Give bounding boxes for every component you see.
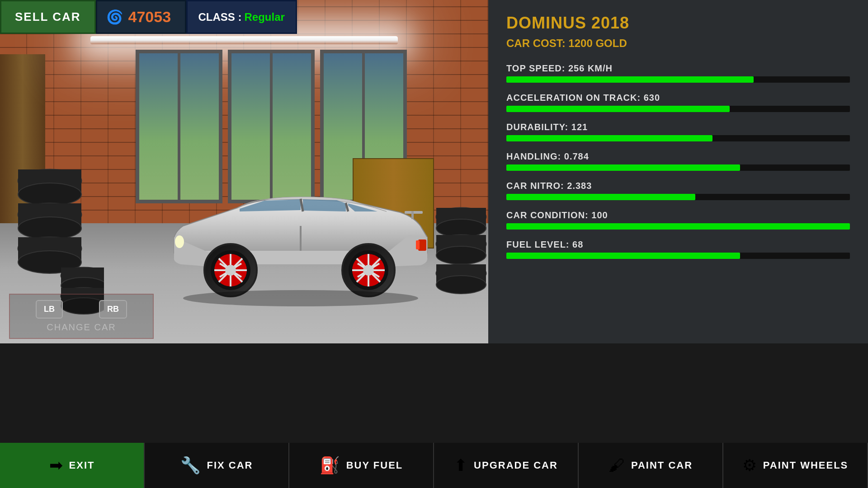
top-bar: SELL CAR 🌀 47053 CLASS : Regular <box>0 0 307 34</box>
stat-label-6: FUEL LEVEL: 68 <box>506 239 850 250</box>
stat-bar-bg-0 <box>506 76 850 83</box>
bottom-btn-paint-wheels[interactable]: ⚙PAINT WHEELS <box>723 443 868 488</box>
svg-point-29 <box>183 290 418 306</box>
bottom-btn-paint-car[interactable]: 🖌PAINT CAR <box>579 443 723 488</box>
svg-point-35 <box>18 217 81 239</box>
rb-button[interactable]: RB <box>99 300 127 319</box>
garage-background: LB RB CHANGE CAR <box>0 0 488 343</box>
stat-bar-bg-2 <box>506 135 850 141</box>
car-cost: Car Cost: 1200 Gold <box>506 37 850 50</box>
lb-button[interactable]: LB <box>36 300 63 319</box>
svg-point-6 <box>175 235 184 248</box>
stats-container: TOP SPEED: 256 KM/HACCELERATION ON TRACK… <box>506 63 850 259</box>
stat-bar-fill-5 <box>506 223 850 230</box>
bottom-btn-buy-fuel[interactable]: ⛽BUY FUEL <box>289 443 434 488</box>
stat-bar-fill-0 <box>506 76 754 83</box>
bottom-btn-upgrade-car[interactable]: ⬆UPGRADE CAR <box>434 443 579 488</box>
fix-car-label: FIX CAR <box>207 460 253 471</box>
exit-label: EXIT <box>69 460 95 471</box>
currency-value: 47053 <box>128 8 171 26</box>
lb-rb-buttons: LB RB <box>36 300 127 319</box>
exit-icon: ➡ <box>49 456 63 475</box>
stat-label-0: TOP SPEED: 256 KM/H <box>506 63 850 74</box>
stat-bar-fill-1 <box>506 106 730 112</box>
stat-row-2: DURABILITY: 121 <box>506 122 850 141</box>
bottom-btn-fix-car[interactable]: 🔧FIX CAR <box>145 443 289 488</box>
bottom-btn-exit[interactable]: ➡EXIT <box>0 443 145 488</box>
stat-row-3: HANDLING: 0.784 <box>506 151 850 171</box>
class-value: Regular <box>245 11 285 23</box>
stat-row-1: ACCELERATION ON TRACK: 630 <box>506 93 850 112</box>
currency-display: 🌀 47053 <box>96 0 186 34</box>
change-car-area: LB RB CHANGE CAR <box>9 294 154 339</box>
ceiling-light <box>90 36 398 44</box>
paint-car-label: PAINT CAR <box>631 460 693 471</box>
buy-fuel-label: BUY FUEL <box>346 460 403 471</box>
upgrade-car-icon: ⬆ <box>454 456 467 475</box>
car-svg <box>147 163 441 307</box>
stat-bar-bg-5 <box>506 223 850 230</box>
stat-label-1: ACCELERATION ON TRACK: 630 <box>506 93 850 103</box>
svg-point-50 <box>436 246 486 264</box>
sell-car-label: SELL CAR <box>15 10 81 24</box>
stat-bar-bg-4 <box>506 194 850 200</box>
stat-bar-fill-4 <box>506 194 695 200</box>
svg-rect-28 <box>411 211 414 219</box>
stat-label-2: DURABILITY: 121 <box>506 122 850 132</box>
change-car-label: CHANGE CAR <box>47 322 116 333</box>
car-display <box>136 117 452 307</box>
sell-car-button[interactable]: SELL CAR <box>0 0 96 34</box>
stat-bar-bg-3 <box>506 164 850 171</box>
stat-bar-bg-6 <box>506 253 850 259</box>
stat-bar-fill-6 <box>506 253 740 259</box>
stat-row-6: FUEL LEVEL: 68 <box>506 239 850 259</box>
svg-point-53 <box>436 276 486 294</box>
stat-label-4: CAR NITRO: 2.383 <box>506 181 850 191</box>
stat-label-5: CAR CONDITION: 100 <box>506 210 850 221</box>
paint-wheels-icon: ⚙ <box>742 456 757 475</box>
svg-point-32 <box>18 183 81 206</box>
paint-car-icon: 🖌 <box>609 456 625 475</box>
tire-stack-right <box>434 190 488 316</box>
stat-bar-bg-1 <box>506 106 850 112</box>
right-panel: Dominus 2018 Car Cost: 1200 Gold TOP SPE… <box>488 0 868 343</box>
svg-rect-5 <box>416 240 420 249</box>
stat-bar-fill-2 <box>506 135 712 141</box>
buy-fuel-icon: ⛽ <box>320 456 340 475</box>
bottom-bar: ➡EXIT🔧FIX CAR⛽BUY FUEL⬆UPGRADE CAR🖌PAINT… <box>0 443 868 488</box>
car-name: Dominus 2018 <box>506 14 850 33</box>
stat-row-4: CAR NITRO: 2.383 <box>506 181 850 200</box>
stat-label-3: HANDLING: 0.784 <box>506 151 850 162</box>
stat-row-5: CAR CONDITION: 100 <box>506 210 850 230</box>
stat-bar-fill-3 <box>506 164 740 171</box>
svg-point-26 <box>363 265 374 276</box>
class-display: CLASS : Regular <box>186 0 297 34</box>
svg-point-16 <box>225 265 236 276</box>
class-label: CLASS : <box>198 11 242 23</box>
upgrade-car-label: UPGRADE CAR <box>474 460 558 471</box>
paint-wheels-label: PAINT WHEELS <box>763 460 849 471</box>
stat-row-0: TOP SPEED: 256 KM/H <box>506 63 850 83</box>
tire-stack-left <box>14 145 104 316</box>
currency-icon: 🌀 <box>106 9 123 25</box>
fix-car-icon: 🔧 <box>180 456 201 475</box>
